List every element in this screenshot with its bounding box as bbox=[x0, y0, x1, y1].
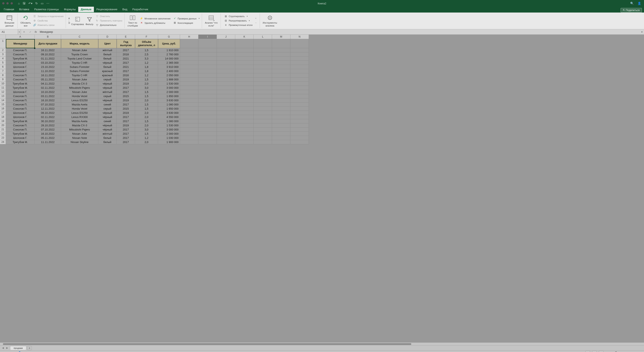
cell[interactable]: 2018 bbox=[117, 52, 135, 57]
cell[interactable]: 1,5 bbox=[135, 77, 158, 82]
cell[interactable] bbox=[198, 90, 217, 94]
search-icon[interactable]: 🔍 bbox=[630, 2, 634, 5]
cell[interactable]: Lexus ES250 bbox=[61, 111, 98, 115]
cell[interactable]: 11.10.2022 bbox=[35, 69, 61, 73]
user-icon[interactable]: 👤 bbox=[638, 2, 641, 5]
cell[interactable]: 2017 bbox=[117, 86, 135, 90]
tab-рецензирование[interactable]: Рецензирование bbox=[94, 6, 120, 12]
cell[interactable]: Шолохов Г. bbox=[6, 111, 35, 115]
cell[interactable] bbox=[254, 111, 272, 115]
cell[interactable]: Mitsubishi Pajero bbox=[61, 86, 98, 90]
cell[interactable] bbox=[290, 52, 309, 57]
redo-icon[interactable]: ↻ bbox=[35, 2, 38, 5]
cell[interactable] bbox=[272, 140, 290, 144]
cell[interactable]: 2017 bbox=[117, 136, 135, 140]
next-sheet-icon[interactable]: ▶ bbox=[5, 347, 9, 349]
filter-button[interactable]: Фильтр bbox=[85, 15, 94, 26]
cell[interactable] bbox=[235, 98, 254, 103]
cell[interactable]: 04.11.2022 bbox=[35, 82, 61, 86]
cell[interactable] bbox=[272, 98, 290, 103]
cell[interactable] bbox=[198, 107, 217, 111]
cell[interactable] bbox=[198, 86, 217, 90]
cell[interactable]: 3 910 000 bbox=[158, 65, 180, 69]
cell[interactable] bbox=[290, 107, 309, 111]
reapply-button[interactable]: ↻Применить повторно bbox=[95, 19, 122, 23]
cell[interactable]: Менеджер bbox=[6, 39, 35, 48]
name-box[interactable]: A1 bbox=[0, 29, 18, 34]
cell[interactable]: 1,2 bbox=[135, 73, 158, 77]
cell[interactable] bbox=[217, 123, 235, 128]
cell[interactable]: Mazda CX-3 bbox=[61, 123, 98, 128]
cell[interactable]: 01.11.2022 bbox=[35, 57, 61, 61]
cell[interactable] bbox=[198, 94, 217, 98]
cell[interactable]: 30.10.2022 bbox=[35, 119, 61, 123]
cell[interactable] bbox=[198, 69, 217, 73]
cell[interactable] bbox=[180, 39, 198, 48]
cell[interactable]: 2,0 bbox=[135, 98, 158, 103]
row-header[interactable]: 2 bbox=[0, 48, 6, 52]
cell[interactable]: Toyota C-HR bbox=[61, 73, 98, 77]
save-icon[interactable]: 🖫 bbox=[22, 2, 26, 5]
cell[interactable] bbox=[217, 48, 235, 52]
cell[interactable]: белый bbox=[98, 52, 117, 57]
cell[interactable] bbox=[180, 65, 198, 69]
cell[interactable] bbox=[290, 115, 309, 119]
cell[interactable] bbox=[290, 86, 309, 90]
cell[interactable]: 14 000 000 bbox=[158, 57, 180, 61]
cell[interactable]: чёрный bbox=[98, 123, 117, 128]
cell[interactable] bbox=[254, 107, 272, 111]
cell[interactable]: 2017 bbox=[117, 132, 135, 136]
cell[interactable] bbox=[180, 57, 198, 61]
cell[interactable]: чёрный bbox=[98, 111, 117, 115]
what-if-button[interactable]: ▾ Анализ "что если" bbox=[204, 14, 218, 27]
cell[interactable] bbox=[235, 48, 254, 52]
tab-разметка-страницы[interactable]: Разметка страницы bbox=[32, 6, 62, 12]
cell[interactable] bbox=[235, 69, 254, 73]
cell[interactable]: 1 650 000 bbox=[158, 107, 180, 111]
cell[interactable] bbox=[254, 48, 272, 52]
cell[interactable]: 08.10.2022 bbox=[35, 111, 61, 115]
cell[interactable]: Тригубов М. bbox=[6, 132, 35, 136]
cell[interactable]: 2017 bbox=[117, 48, 135, 52]
cell[interactable] bbox=[180, 77, 198, 82]
cell[interactable]: белый bbox=[98, 136, 117, 140]
row-header[interactable]: 22 bbox=[0, 132, 6, 136]
cell[interactable]: 2,0 bbox=[135, 140, 158, 144]
cell[interactable]: Соколов П. bbox=[6, 103, 35, 107]
cell[interactable]: Nissan Juke bbox=[61, 48, 98, 52]
cell[interactable] bbox=[235, 123, 254, 128]
cell[interactable] bbox=[235, 115, 254, 119]
cell[interactable] bbox=[235, 65, 254, 69]
cell[interactable]: 3 630 000 bbox=[158, 98, 180, 103]
cell[interactable] bbox=[198, 115, 217, 119]
spreadsheet[interactable]: ABCDEFGHIJKLMN1МенеджерДата продажиМарка… bbox=[0, 35, 644, 343]
cell[interactable] bbox=[217, 77, 235, 82]
cell[interactable]: 4 550 000 bbox=[158, 115, 180, 119]
row-header[interactable]: 10 bbox=[0, 82, 6, 86]
cell[interactable]: Соколов П. bbox=[6, 48, 35, 52]
cell[interactable] bbox=[290, 98, 309, 103]
group-button[interactable]: ⊞Сгруппировать▾ bbox=[224, 15, 252, 18]
cell[interactable]: 03.11.2022 bbox=[35, 94, 61, 98]
cell[interactable] bbox=[180, 128, 198, 132]
cell[interactable]: 05.11.2022 bbox=[35, 136, 61, 140]
cell[interactable] bbox=[235, 128, 254, 132]
cell[interactable]: Nissan Juke bbox=[61, 132, 98, 136]
cell[interactable] bbox=[290, 48, 309, 52]
cell[interactable]: 2019 bbox=[117, 123, 135, 128]
tab-вид[interactable]: Вид bbox=[120, 6, 130, 12]
cell[interactable]: 1 900 000 bbox=[158, 140, 180, 144]
cell[interactable]: 16.10.2022 bbox=[35, 132, 61, 136]
cell[interactable] bbox=[198, 57, 217, 61]
cell[interactable] bbox=[272, 128, 290, 132]
hide-detail-button[interactable]: − bbox=[254, 21, 258, 25]
cell[interactable]: 2017 bbox=[117, 140, 135, 144]
cell[interactable]: Шолохов Г. bbox=[6, 136, 35, 140]
tab-формулы[interactable]: Формулы bbox=[62, 6, 78, 12]
cell[interactable]: 2021 bbox=[117, 65, 135, 69]
cell[interactable] bbox=[235, 107, 254, 111]
cell[interactable]: 2,0 bbox=[135, 82, 158, 86]
cell[interactable]: Соколов П. bbox=[6, 52, 35, 57]
scroll-thumb[interactable] bbox=[3, 343, 411, 345]
cell[interactable]: Соколов П. bbox=[6, 107, 35, 111]
